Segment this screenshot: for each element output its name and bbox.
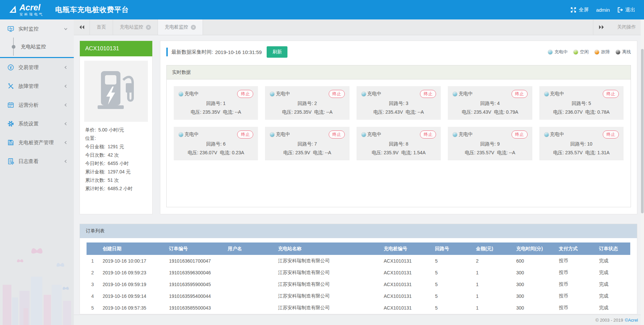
stat-label: 累计时长:	[85, 186, 105, 191]
legend-label: 故障	[601, 49, 610, 55]
circuit-measure-line: 电压: 235.35V电流: --A	[178, 109, 253, 115]
circuit-card: 充电中终止回路号: 7电压: 235.9V电流: --A	[265, 127, 349, 160]
circuit-number-line: 回路号: 9	[452, 141, 527, 147]
sidebar-item-pile-asset-mgmt[interactable]: 充电桩资产管理	[0, 133, 74, 152]
sidebar-item-transaction-mgmt[interactable]: 交易管理	[0, 58, 74, 77]
close-operations-button[interactable]: 关闭操作	[609, 19, 644, 35]
tab-close-icon[interactable]: ×	[191, 25, 196, 30]
scrollbar-thumb[interactable]	[641, 49, 644, 213]
circuit-status-label: 充电中	[184, 91, 199, 97]
table-cell: 2019-10-16 09:59:14	[101, 290, 167, 302]
tab-home[interactable]: 首页	[90, 19, 113, 35]
circuit-status: 充电中	[544, 131, 564, 138]
sidebar-subitem-station-monitor[interactable]: 充电站监控	[0, 38, 74, 55]
voltage-label: 电压:	[372, 150, 382, 155]
chevron-left-icon	[64, 122, 68, 126]
table-cell: 2019-10-16 10:00:17	[101, 255, 167, 267]
logout-button[interactable]: 退出	[617, 7, 635, 13]
current-label: 电流:	[406, 109, 416, 115]
table-cell	[226, 267, 276, 278]
legend-label: 空闲	[580, 49, 589, 55]
table-cell: 1	[474, 267, 514, 278]
circuit-card: 充电中终止回路号: 6电压: 236.07V电流: 0.23A	[174, 127, 258, 160]
refresh-button[interactable]: 刷新	[267, 46, 287, 58]
terminate-button[interactable]: 终止	[237, 130, 253, 139]
stat-label: 今日金额:	[85, 144, 105, 149]
acrel-logo-icon	[9, 5, 17, 15]
table-cell: 2019-10-16 09:59:23	[101, 267, 167, 278]
sidebar-item-system-settings[interactable]: 系统设置	[0, 114, 74, 133]
circuit-measure-line: 电压: 236.07V电流: 0.23A	[178, 150, 253, 156]
terminate-button[interactable]: 终止	[329, 130, 345, 139]
circuit-status-label: 充电中	[367, 91, 381, 97]
col-row-number	[87, 242, 101, 255]
table-row: 52019-10-16 09:57:351910163585500043江苏安科…	[87, 302, 630, 314]
circuit-measure-line: 电压: 235.57V电流: 1.31A	[544, 150, 619, 156]
terminate-button[interactable]: 终止	[512, 130, 528, 139]
column-header: 充电桩编号	[382, 242, 433, 255]
tabbar: 首页充电站监控×充电桩监控× 关闭操作	[74, 19, 644, 35]
table-cell: 完成	[597, 290, 630, 302]
stat-value: 51 次	[108, 177, 119, 183]
circuit-status: 充电中	[544, 91, 564, 97]
circuit-card: 充电中终止回路号: 10电压: 235.57V电流: 1.31A	[539, 127, 624, 160]
sidebar: 实时监控充电站监控交易管理故障管理运营分析系统设置充电桩资产管理日志查看	[0, 19, 74, 325]
terminate-button[interactable]: 终止	[420, 90, 436, 98]
table-cell: 2	[87, 267, 101, 278]
table-cell: 江苏安科瑞制造有限公司	[276, 290, 382, 302]
circuit-number: 7	[314, 141, 317, 147]
table-cell: 完成	[597, 302, 630, 314]
current-label: 电流:	[220, 150, 230, 155]
sidebar-item-log-view[interactable]: 日志查看	[0, 152, 74, 171]
legend-status-dot	[573, 50, 578, 55]
circuit-number-line: 回路号: 5	[544, 101, 619, 107]
user-menu[interactable]: admin	[596, 7, 610, 13]
voltage-label: 电压:	[191, 109, 201, 115]
table-cell	[226, 290, 276, 302]
circuit-measure-line: 电压: 235.9V电流: --A	[270, 150, 344, 156]
tab-close-icon[interactable]: ×	[146, 25, 151, 30]
voltage-value: 235.9V	[296, 150, 310, 155]
sidebar-item-operation-analysis[interactable]: 运营分析	[0, 96, 74, 114]
tabs-scroll-right-button[interactable]	[593, 19, 609, 35]
tab-station-monitor[interactable]: 充电站监控×	[113, 19, 158, 35]
terminate-button[interactable]: 终止	[329, 90, 345, 98]
table-cell: 300	[514, 278, 557, 290]
table-cell: 5	[87, 302, 101, 314]
legend-status-dot	[594, 50, 599, 55]
circuit-number: 1	[223, 101, 226, 106]
table-cell: 5	[433, 278, 474, 290]
circuit-status: 充电中	[270, 91, 290, 97]
fullscreen-button[interactable]: 全屏	[571, 7, 589, 13]
table-cell: 5	[433, 267, 474, 278]
sidebar-group-pile-asset-mgmt: 充电桩资产管理	[0, 133, 74, 152]
terminate-button[interactable]: 终止	[420, 130, 436, 139]
device-stat-line: 位置:	[85, 134, 147, 143]
table-cell: 4	[87, 290, 101, 302]
brand-link[interactable]: ©Acrel	[625, 318, 638, 323]
chevron-left-icon	[64, 159, 68, 163]
tab-label: 充电站监控	[120, 24, 143, 30]
terminate-button[interactable]: 终止	[603, 90, 619, 98]
tabs-scroll-left-button[interactable]	[74, 19, 90, 35]
charging-pile-icon	[96, 70, 136, 113]
terminate-button[interactable]: 终止	[237, 90, 253, 98]
circuit-number-line: 回路号: 8	[361, 141, 436, 147]
orders-title: 订单列表	[80, 224, 637, 238]
table-cell: 完成	[597, 278, 630, 290]
page-title: 电瓶车充电桩收费平台	[55, 5, 129, 14]
terminate-button[interactable]: 终止	[512, 90, 528, 98]
current-label: 电流:	[223, 109, 233, 115]
column-header: 用户名	[226, 242, 276, 255]
terminate-button[interactable]: 终止	[603, 130, 619, 139]
stat-label: 位置:	[85, 136, 96, 141]
voltage-value: 235.35V	[294, 109, 312, 115]
tab-pile-monitor[interactable]: 充电桩监控×	[158, 19, 203, 35]
table-cell: ACX1010131	[382, 255, 433, 267]
sidebar-item-fault-mgmt[interactable]: 故障管理	[0, 77, 74, 96]
charging-status-dot	[270, 132, 275, 137]
scrollbar-track[interactable]	[641, 19, 644, 325]
status-legend: 充电中空闲故障离线	[548, 49, 631, 55]
sidebar-item-realtime-monitor[interactable]: 实时监控	[0, 19, 74, 38]
table-cell: 300	[514, 290, 557, 302]
